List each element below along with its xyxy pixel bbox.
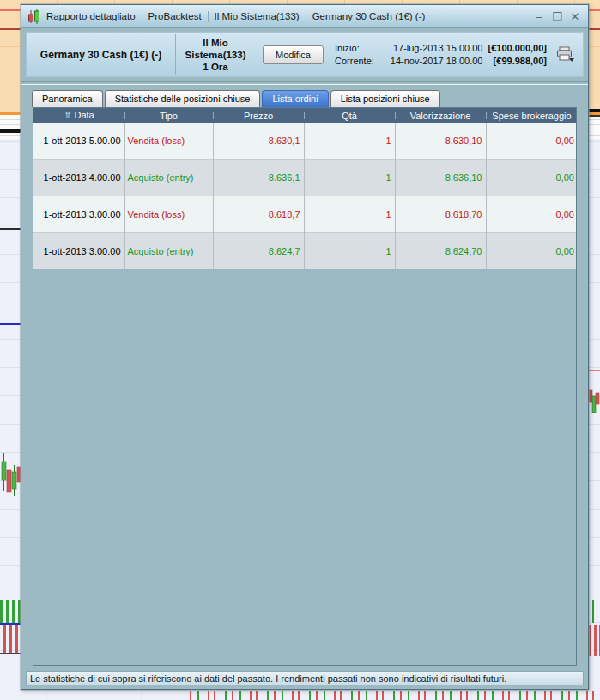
background-volume-right-red [589,625,600,656]
disclaimer-bar: Le statistiche di cui sopra si riferisco… [26,671,584,685]
tab-statistiche-posizioni-chiuse[interactable]: Statistiche delle posizioni chiuse [105,90,261,107]
column-header-valorizzazione[interactable]: Valorizzazione [395,108,486,123]
order-row[interactable]: 1-ott-2013 4.00.00 Acquisto (entry) 8.63… [33,160,577,196]
print-button[interactable] [554,46,576,63]
tab-lista-posizioni-chiuse[interactable]: Lista posizioni chiuse [330,90,440,107]
background-blue-line-left [0,323,22,325]
close-button[interactable]: ✕ [569,11,581,22]
report-info-header: Germany 30 Cash (1€) (-) Il Mio Sistema(… [26,32,584,77]
system-timeframe: 1 Ora [176,61,255,73]
order-fees: 0,00 [486,196,577,233]
order-price: 8.636,1 [213,160,304,196]
tab-bar: Panoramica Statistiche delle posizioni c… [32,90,588,107]
sort-asc-icon: ⇧ [64,110,71,120]
window-titlebar[interactable]: Rapporto dettagliato ProBacktest Il Mio … [21,5,588,28]
order-date: 1-ott-2013 4.00.00 [33,160,124,196]
header-separator [21,81,588,85]
minimize-button[interactable]: – [533,11,545,22]
report-window: Rapporto dettagliato ProBacktest Il Mio … [21,4,589,690]
title-divider [306,11,306,22]
background-volume-right-green [592,600,594,623]
tab-lista-ordini[interactable]: Lista ordini [262,90,328,107]
order-price: 8.624,7 [213,233,304,270]
background-black-line-left [0,129,22,133]
order-qty: 1 [304,160,395,196]
order-type: Acquisto (entry) [124,233,213,270]
order-valuation: 8.618,70 [395,196,486,233]
column-header-spese[interactable]: Spese brokeraggio [486,108,577,123]
background-black-line-right-2 [588,115,600,117]
order-type: Acquisto (entry) [124,160,213,196]
column-header-data[interactable]: ⇧Data [33,108,124,123]
orders-panel: ⇧Data Tipo Prezzo Qtà Valorizzazione Spe… [33,107,577,666]
orders-header-row: ⇧Data Tipo Prezzo Qtà Valorizzazione Spe… [33,108,577,123]
system-block: Il Mio Sistema(133) 1 Ora [176,37,255,73]
column-header-tipo[interactable]: Tipo [124,108,213,123]
order-row[interactable]: 1-ott-2013 3.00.00 Vendita (loss) 8.618,… [33,196,577,233]
background-volume-left-green [0,600,21,624]
start-label: Inizio: [335,43,385,53]
order-date: 1-ott-2013 3.00.00 [33,196,124,233]
order-qty: 1 [304,123,395,160]
order-date: 1-ott-2013 3.00.00 [33,233,124,270]
current-label: Corrente: [335,56,385,66]
column-header-qta[interactable]: Qtà [304,108,395,123]
order-valuation: 8.630,10 [395,123,486,160]
window-title-instrument: Germany 30 Cash (1€) (-) [312,11,426,21]
order-price: 8.618,7 [213,196,304,233]
order-row[interactable]: 1-ott-2013 3.00.00 Acquisto (entry) 8.62… [33,233,577,270]
printer-icon [555,46,575,63]
order-fees: 0,00 [486,160,577,196]
order-type: Vendita (loss) [124,196,213,233]
account-section: Inizio: 17-lug-2013 15.00.00 [€100.000,0… [324,33,583,76]
order-price: 8.630,1 [213,123,304,160]
tab-panoramica[interactable]: Panoramica [32,90,103,107]
system-name: Il Mio Sistema(133) [176,37,255,61]
candlestick-icon [27,9,40,24]
background-volume-left-red [0,625,21,654]
maximize-button[interactable]: ❒ [551,11,563,22]
order-fees: 0,00 [486,123,577,160]
start-value: [€100.000,00] [488,43,548,53]
title-divider [142,11,142,22]
modify-button[interactable]: Modifica [263,45,324,64]
background-black-line-right [588,109,600,112]
window-title-probacktest: ProBacktest [148,11,202,21]
order-valuation: 8.636,10 [395,160,486,196]
background-volume-bottom-strip [185,691,600,700]
account-grid: Inizio: 17-lug-2013 15.00.00 [€100.000,0… [335,43,547,66]
background-dark-line-left [0,228,22,230]
instrument-name: Germany 30 Cash (1€) (-) [27,33,175,76]
order-qty: 1 [304,233,395,270]
background-red-line-right [588,370,600,371]
current-value: [€99.988,00] [488,56,548,66]
system-section: Il Mio Sistema(133) 1 Ora Modifica [176,33,324,76]
title-divider [208,11,209,22]
order-row[interactable]: 1-ott-2013 5.00.00 Vendita (loss) 8.630,… [33,123,577,160]
window-title-report: Rapporto dettagliato [46,11,136,21]
orders-table: ⇧Data Tipo Prezzo Qtà Valorizzazione Spe… [33,108,577,269]
order-qty: 1 [304,196,395,233]
order-type: Vendita (loss) [124,123,213,160]
window-title-system: Il Mio Sistema(133) [215,11,300,21]
order-date: 1-ott-2013 5.00.00 [33,123,124,160]
order-valuation: 8.624,70 [395,233,486,270]
current-datetime: 14-nov-2017 18.00.00 [385,56,488,66]
order-fees: 0,00 [486,233,577,270]
column-header-prezzo[interactable]: Prezzo [213,108,304,123]
panel-empty-area [33,269,576,665]
start-datetime: 17-lug-2013 15.00.00 [385,43,488,53]
